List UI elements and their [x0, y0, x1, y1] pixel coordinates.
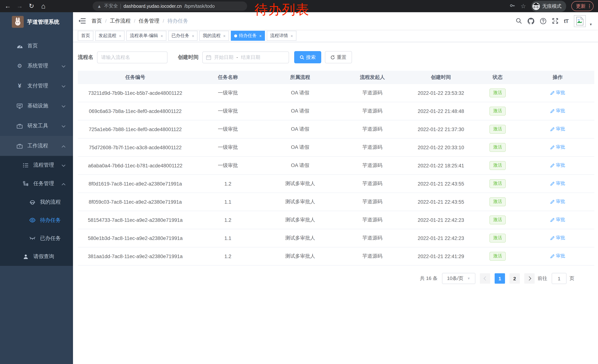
sidebar-item-process-mgmt[interactable]: 流程管理	[0, 156, 73, 174]
page-button-1[interactable]: 1	[495, 273, 505, 284]
app-logo[interactable]: 芋道管理系统	[0, 12, 73, 32]
list-icon	[22, 163, 29, 168]
close-icon[interactable]: ×	[192, 33, 194, 38]
approve-link[interactable]: 审批	[550, 253, 565, 259]
tab[interactable]: 发起流程 ×	[95, 31, 125, 41]
reset-button[interactable]: 重置	[325, 51, 352, 63]
sidebar-item-my-process[interactable]: 我的流程	[0, 193, 73, 211]
approve-link[interactable]: 审批	[550, 162, 565, 169]
rabbit-avatar-icon	[12, 16, 24, 28]
tab[interactable]: 流程详情 ×	[267, 31, 296, 41]
sidebar-item-task-mgmt[interactable]: 任务管理	[0, 174, 73, 193]
cell-task-id: 580e1b3d-7ac8-11ec-a9e2-a2380e71991a	[78, 235, 193, 241]
goto-label: 前往	[538, 275, 547, 282]
sidebar-item-todo-tasks[interactable]: 待办任务	[0, 211, 73, 229]
table-row: 381aa1dd-7ac8-11ec-a9e2-a2380e71991a 1.2…	[78, 247, 594, 266]
annotation-text: 待办列表	[255, 1, 309, 19]
sidebar-item-payment[interactable]: ¥ 支付管理	[0, 76, 73, 96]
sidebar-item-home[interactable]: 首页	[0, 36, 73, 56]
sidebar-item-label: 我的流程	[40, 199, 61, 205]
caret-down-icon[interactable]: ▼	[589, 22, 592, 26]
breadcrumb-item-home[interactable]: 首页	[91, 18, 102, 24]
table-row: 725a1eb6-7b88-11ec-8ef0-acde48001122 一级审…	[78, 120, 594, 138]
cell-created: 2022-01-21 22:41:29	[407, 253, 474, 259]
avatar[interactable]	[574, 15, 586, 27]
close-icon[interactable]: ×	[259, 33, 262, 38]
approve-link[interactable]: 审批	[550, 180, 565, 187]
status-badge: 激活	[490, 125, 506, 133]
page-size-select[interactable]: 10条/页 ▼	[442, 273, 475, 284]
cell-process: OA 请假	[263, 90, 337, 96]
close-icon[interactable]: ×	[119, 33, 121, 38]
process-name-input[interactable]	[97, 51, 167, 63]
prev-page-button[interactable]	[480, 273, 490, 284]
collapse-sidebar-icon[interactable]	[79, 18, 86, 24]
sidebar-item-infra[interactable]: 基础设施	[0, 96, 73, 116]
approve-link[interactable]: 审批	[550, 199, 565, 205]
goto-page-input[interactable]	[552, 273, 566, 284]
breadcrumb-item-workflow[interactable]: 工作流程	[110, 18, 131, 24]
chevron-up-icon	[61, 143, 66, 149]
approve-link[interactable]: 审批	[550, 126, 565, 132]
sidebar-item-devtools[interactable]: 研发工具	[0, 116, 73, 136]
date-range-picker[interactable]: 开始日期 - 结束日期	[202, 51, 289, 63]
edit-pencil-icon	[550, 200, 555, 204]
fontsize-icon[interactable]: tT	[564, 18, 568, 24]
tab[interactable]: 已办任务 ×	[168, 31, 198, 41]
next-page-button[interactable]	[524, 273, 535, 284]
sidebar-item-leave-query[interactable]: 请假查询	[0, 247, 73, 266]
github-icon[interactable]	[528, 18, 534, 24]
tab[interactable]: 待办任务 ×	[231, 31, 265, 41]
cell-task-name: 1.2	[193, 181, 263, 186]
close-icon[interactable]: ×	[291, 33, 293, 38]
close-icon[interactable]: ×	[223, 33, 226, 38]
home-icon[interactable]: ⌂	[40, 3, 47, 10]
close-icon[interactable]: ×	[161, 33, 163, 38]
password-key-icon[interactable]	[509, 3, 515, 10]
menu-dots-icon[interactable]	[589, 4, 590, 8]
tab[interactable]: 首页	[78, 31, 93, 41]
edit-pencil-icon	[550, 254, 555, 259]
cell-status: 激活	[474, 89, 521, 97]
tab[interactable]: 流程表单-编辑 ×	[126, 31, 166, 41]
approve-link[interactable]: 审批	[550, 90, 565, 96]
security-label[interactable]: 不安全	[104, 3, 118, 9]
cell-created: 2022-01-21 22:42:23	[407, 235, 474, 241]
cell-created: 2022-01-21 22:43:55	[407, 181, 474, 186]
address-bar[interactable]: ▲ 不安全 dashboard.yudao.iocoder.cn/bpm/tas…	[93, 1, 247, 11]
cell-status: 激活	[474, 125, 521, 133]
approve-link[interactable]: 审批	[550, 235, 565, 241]
status-badge: 激活	[490, 143, 506, 152]
chevron-down-icon	[61, 103, 66, 109]
topbar-actions: tT ▼	[516, 15, 592, 27]
tab[interactable]: 我的流程 ×	[199, 31, 229, 41]
goto-unit-label: 页	[569, 275, 574, 282]
approve-link[interactable]: 审批	[550, 144, 565, 151]
page-button-2[interactable]: 2	[509, 273, 520, 284]
update-button[interactable]: 更新	[571, 1, 594, 11]
search-icon[interactable]	[516, 18, 522, 24]
sidebar-item-done-tasks[interactable]: 已办任务	[0, 229, 73, 247]
update-label[interactable]: 更新	[576, 3, 586, 9]
sidebar-item-workflow[interactable]: 工作流程	[0, 136, 73, 156]
sidebar-item-system[interactable]: ⚙ 系统管理	[0, 56, 73, 76]
sidebar-item-label: 待办任务	[40, 217, 61, 224]
breadcrumb-item-task-mgmt[interactable]: 任务管理	[139, 18, 159, 24]
search-button[interactable]: 搜索	[294, 51, 321, 63]
fullscreen-icon[interactable]	[552, 18, 558, 24]
back-icon[interactable]: ←	[4, 3, 11, 9]
cell-initiator: 芋道源码	[337, 235, 407, 242]
col-created: 创建时间	[407, 74, 474, 81]
cell-actions: 审批	[521, 126, 594, 133]
cell-actions: 审批	[521, 217, 594, 223]
approve-link[interactable]: 审批	[550, 217, 565, 223]
chevron-down-icon: ▼	[467, 277, 470, 280]
table-row: 58154733-7ac8-11ec-a9e2-a2380e71991a 1.2…	[78, 211, 594, 229]
forward-icon[interactable]: →	[16, 3, 23, 9]
help-icon[interactable]	[540, 18, 547, 24]
reload-icon[interactable]: ↻	[28, 3, 35, 9]
approve-link[interactable]: 审批	[550, 108, 565, 114]
end-date-placeholder: 结束日期	[241, 54, 260, 61]
cell-initiator: 芋道源码	[337, 90, 407, 96]
bookmark-star-icon[interactable]: ☆	[521, 3, 526, 10]
